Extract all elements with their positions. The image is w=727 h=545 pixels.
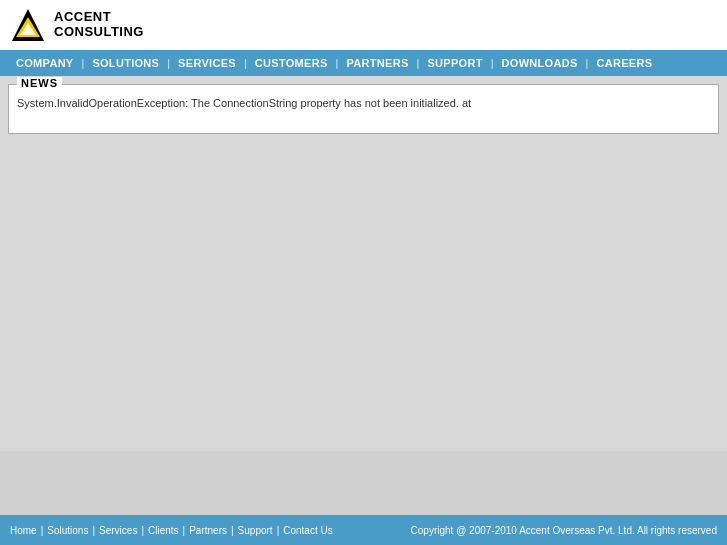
footer-copyright: Copyright @ 2007-2010 Accent Overseas Pv…	[411, 525, 717, 536]
news-error-text: System.InvalidOperationException: The Co…	[17, 97, 710, 109]
footer-support[interactable]: Support	[238, 525, 273, 536]
footer-services[interactable]: Services	[99, 525, 137, 536]
main-content: NEWS System.InvalidOperationException: T…	[0, 76, 727, 451]
footer-solutions[interactable]: Solutions	[47, 525, 88, 536]
nav-solutions[interactable]: SOLUTIONS	[84, 57, 167, 69]
nav-sep-4: |	[336, 57, 339, 69]
logo-line2: CONSULTING	[54, 25, 144, 40]
nav-customers[interactable]: CUSTOMERS	[247, 57, 336, 69]
page-wrapper: ACCENT CONSULTING COMPANY | SOLUTIONS | …	[0, 0, 727, 545]
navbar: COMPANY | SOLUTIONS | SERVICES | CUSTOME…	[0, 50, 727, 76]
nav-sep-3: |	[244, 57, 247, 69]
footer-sep-1: |	[41, 525, 44, 536]
logo-icon	[10, 7, 46, 43]
footer-sep-2: |	[92, 525, 95, 536]
nav-sep-7: |	[586, 57, 589, 69]
nav-company[interactable]: COMPANY	[8, 57, 82, 69]
footer-home[interactable]: Home	[10, 525, 37, 536]
nav-support[interactable]: SUPPORT	[419, 57, 490, 69]
footer: Home | Solutions | Services | Clients | …	[0, 515, 727, 545]
footer-sep-4: |	[183, 525, 186, 536]
footer-sep-5: |	[231, 525, 234, 536]
news-box: NEWS System.InvalidOperationException: T…	[8, 84, 719, 134]
nav-partners[interactable]: PARTNERS	[338, 57, 416, 69]
logo-line1: ACCENT	[54, 10, 144, 25]
nav-sep-6: |	[491, 57, 494, 69]
nav-sep-1: |	[82, 57, 85, 69]
footer-clients[interactable]: Clients	[148, 525, 179, 536]
footer-sep-3: |	[141, 525, 144, 536]
nav-sep-5: |	[417, 57, 420, 69]
logo-container: ACCENT CONSULTING	[10, 7, 144, 43]
footer-sep-6: |	[277, 525, 280, 536]
logo-text: ACCENT CONSULTING	[54, 10, 144, 40]
footer-partners[interactable]: Partners	[189, 525, 227, 536]
header: ACCENT CONSULTING	[0, 0, 727, 50]
footer-links: Home | Solutions | Services | Clients | …	[10, 525, 333, 536]
nav-services[interactable]: SERVICES	[170, 57, 244, 69]
nav-sep-2: |	[167, 57, 170, 69]
nav-downloads[interactable]: DOWNLOADS	[494, 57, 586, 69]
footer-contact[interactable]: Contact Us	[283, 525, 332, 536]
nav-careers[interactable]: CAREERS	[588, 57, 660, 69]
news-section-label: NEWS	[17, 77, 62, 89]
